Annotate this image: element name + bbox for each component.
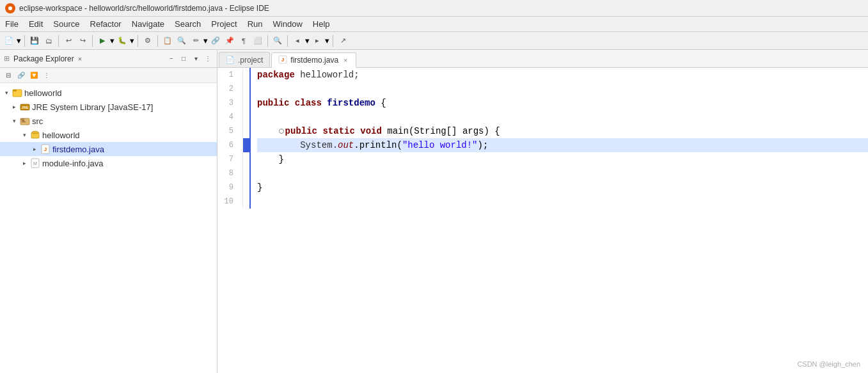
gutter-8 [243, 166, 249, 180]
run-button[interactable]: ▶ [96, 35, 109, 47]
src-label: src [32, 116, 43, 126]
line-num-2: 2 [224, 82, 236, 96]
panel-header: ⊞ Package Explorer × − □ ▾ ⋮ [0, 50, 217, 68]
panel-maximize-button[interactable]: □ [178, 54, 189, 64]
panel-controls: − □ ▾ ⋮ [166, 54, 213, 64]
menu-window[interactable]: Window [268, 17, 308, 31]
tree-arrow-jre: ▸ [10, 103, 18, 111]
menu-navigate[interactable]: Navigate [127, 17, 170, 31]
gutter-1 [243, 68, 249, 82]
tree-arrow-firstdemo: ▸ [31, 145, 38, 153]
gutter-3 [243, 96, 249, 110]
svg-rect-3 [13, 90, 17, 91]
save-all-button[interactable]: 🗂 [42, 35, 55, 47]
line-num-9: 9 [224, 180, 236, 194]
toolbar-btn-e[interactable]: 📌 [223, 35, 236, 47]
new-file-dropdown[interactable]: ▾ [17, 35, 21, 47]
toolbar-separator-7 [287, 35, 288, 47]
module-info-icon: M [30, 158, 40, 168]
tree-item-src[interactable]: ▾ src [0, 114, 217, 128]
code-line-6: System. out .println( "hello world!" ); [257, 138, 868, 152]
menu-project[interactable]: Project [206, 17, 242, 31]
menu-edit[interactable]: Edit [24, 17, 48, 31]
nav-forward-dropdown[interactable]: ▾ [325, 35, 329, 47]
tab-project[interactable]: 📄 .project [219, 52, 270, 67]
code-space [295, 68, 300, 82]
save-button[interactable]: 💾 [28, 35, 41, 47]
menu-help[interactable]: Help [308, 17, 335, 31]
nav-back-dropdown[interactable]: ▾ [305, 35, 310, 47]
watermark-text: CSDN @leigh_chen [797, 360, 860, 368]
menu-search[interactable]: Search [170, 17, 206, 31]
module-info-label: module-info.java [42, 159, 103, 168]
code-editor[interactable]: 1 2 3 4 5 6 7 8 9 10 [217, 68, 868, 373]
menu-source[interactable]: Source [48, 17, 84, 31]
debug-dropdown[interactable]: ▾ [130, 35, 134, 47]
debug-button[interactable]: 🐛 [116, 35, 129, 47]
undo-button[interactable]: ↩ [62, 35, 75, 47]
src-folder-icon [20, 116, 30, 126]
svg-text:M: M [33, 161, 37, 166]
toolbar-btn-a[interactable]: 📋 [161, 35, 174, 47]
line-num-3: 3 [224, 96, 236, 110]
code-line-1: package helloworld; [257, 68, 868, 82]
run-dropdown[interactable]: ▾ [110, 35, 114, 47]
line-num-5: 5 [224, 124, 236, 138]
kw-class: class [295, 96, 322, 110]
svg-rect-7 [20, 118, 24, 120]
menu-run[interactable]: Run [242, 17, 268, 31]
menu-refactor[interactable]: Refactor [85, 17, 127, 31]
helloworld-pkg-label: helloworld [42, 131, 80, 140]
code-line-5: public static void main(String[] args) { [257, 124, 868, 138]
title-bar: eclipse-workspace - helloworld/src/hello… [0, 0, 868, 17]
line-num-4: 4 [224, 110, 236, 124]
toolbar-btn-c-dropdown[interactable]: ▾ [203, 35, 208, 47]
panel-minimize-button[interactable]: − [166, 54, 177, 64]
nav-back-button[interactable]: ◂ [291, 35, 304, 47]
tree-arrow-helloworld: ▾ [3, 89, 10, 97]
new-file-button[interactable]: 📄 [3, 35, 15, 47]
tree-item-helloworld-root[interactable]: ▾ helloworld [0, 86, 217, 100]
panel-more-button[interactable]: ⋮ [41, 70, 52, 81]
window-title: eclipse-workspace - helloworld/src/hello… [19, 4, 269, 13]
panel-close-button[interactable]: × [78, 55, 82, 63]
line-num-10: 10 [224, 194, 236, 209]
code-content[interactable]: package helloworld; public class firstde… [251, 68, 868, 209]
menu-bar: File Edit Source Refactor Navigate Searc… [0, 17, 868, 32]
toolbar-btn-b[interactable]: 🔍 [175, 35, 188, 47]
toolbar-separator-2 [58, 35, 59, 47]
svg-point-11 [32, 131, 38, 134]
editor-panel: 📄 .project J firstdemo.java × 1 [217, 50, 868, 373]
link-editor-button[interactable]: 🔗 [15, 70, 27, 81]
external-button[interactable]: ↗ [336, 35, 349, 47]
tree-item-module-info[interactable]: ▸ M module-info.java [0, 156, 217, 170]
toolbar-btn-d[interactable]: 🔗 [209, 35, 222, 47]
redo-button[interactable]: ↪ [76, 35, 89, 47]
zoom-in-button[interactable]: 🔍 [271, 35, 284, 47]
menu-file[interactable]: File [0, 17, 24, 31]
tree-item-helloworld-pkg[interactable]: ▾ helloworld [0, 128, 217, 142]
toolbar-btn-f[interactable]: ¶ [237, 35, 250, 47]
method-dot-marker [279, 129, 284, 134]
kw-public-5: public [285, 124, 317, 138]
code-line-3: public class firstdemo { [257, 96, 868, 110]
java-file-icon: J [40, 144, 51, 154]
panel-filter-button[interactable]: 🔽 [28, 70, 40, 81]
tree-arrow-module-info: ▸ [20, 159, 28, 167]
toolbar-btn-g[interactable]: ⬜ [251, 35, 264, 47]
toolbar-btn-c[interactable]: ✏ [189, 35, 202, 47]
tab-project-icon: 📄 [226, 56, 235, 64]
nav-forward-button[interactable]: ▸ [311, 35, 324, 47]
tab-firstdemo-close[interactable]: × [342, 56, 349, 64]
tree-item-jre[interactable]: ▸ JRE JRE System Library [JavaSE-17] [0, 100, 217, 114]
toolbar-separator-3 [92, 35, 93, 47]
panel-menu-button[interactable]: ▾ [191, 54, 201, 64]
properties-button[interactable]: ⚙ [141, 35, 154, 47]
gutter-2 [243, 82, 249, 96]
tree-item-firstdemo[interactable]: ▸ J firstdemo.java [0, 142, 217, 156]
jre-icon: JRE [20, 102, 30, 112]
collapse-all-button[interactable]: ⊟ [3, 70, 14, 81]
tab-firstdemo[interactable]: J firstdemo.java × [271, 52, 356, 68]
panel-settings-button[interactable]: ⋮ [203, 54, 213, 64]
tab-firstdemo-icon: J [278, 55, 287, 65]
